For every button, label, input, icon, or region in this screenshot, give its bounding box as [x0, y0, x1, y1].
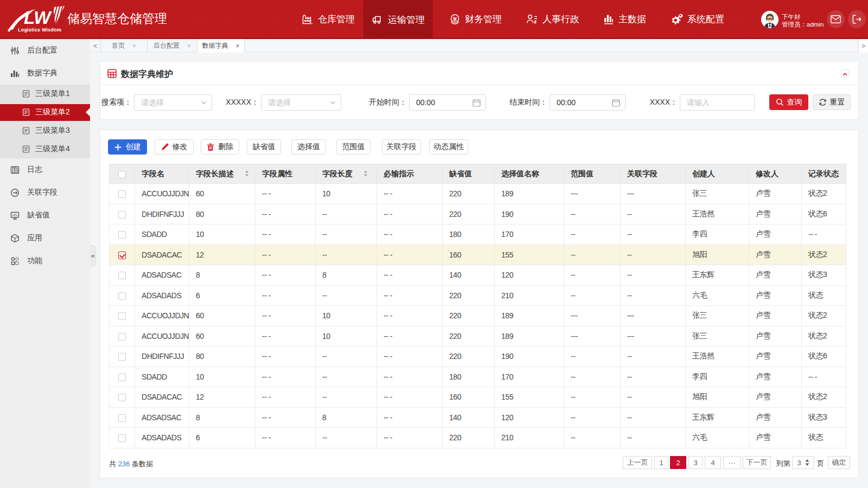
svg-text:Logistics Wisdom: Logistics Wisdom [18, 27, 61, 33]
svg-text:LW: LW [24, 8, 52, 28]
